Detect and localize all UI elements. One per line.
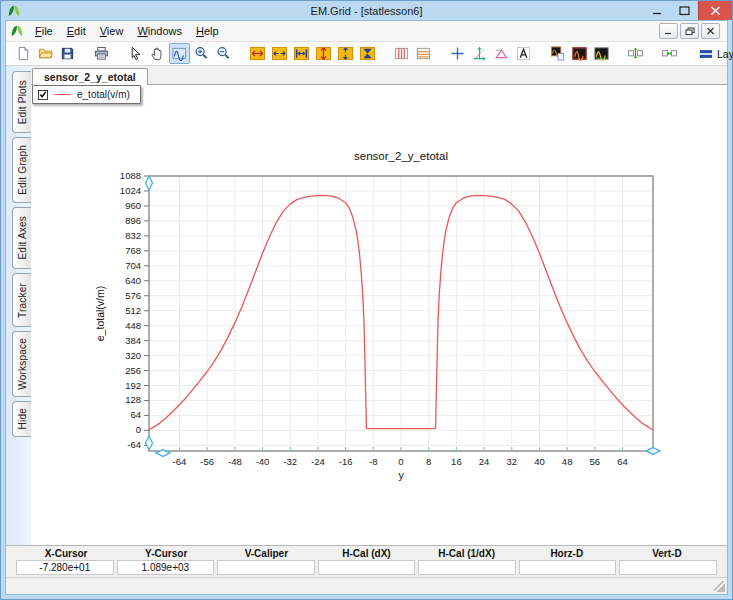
sidebar-tab-hide[interactable]: Hide (12, 401, 31, 437)
svg-text:-64: -64 (173, 456, 187, 467)
svg-text:0: 0 (136, 424, 141, 435)
status-value-4 (418, 560, 516, 575)
tab-sensor-2-y-etotal[interactable]: sensor_2_y_etotal (32, 68, 148, 85)
svg-text:320: 320 (125, 350, 141, 361)
close-button[interactable] (698, 1, 732, 20)
tool-bar: Layout (6, 42, 727, 66)
sidebar-tab-tracker[interactable]: Tracker (12, 273, 31, 327)
copydark-icon (550, 46, 565, 61)
letterA-icon (516, 46, 531, 61)
new-file-button[interactable] (13, 43, 34, 64)
wave2-icon (594, 46, 609, 61)
clamp-horizontal-button[interactable] (291, 43, 312, 64)
pan-button[interactable] (147, 43, 168, 64)
mdi-window-controls (659, 23, 723, 39)
mdi-restore-button[interactable] (680, 23, 699, 39)
mdi-minimize-button[interactable] (659, 23, 678, 39)
crosshair-button[interactable] (447, 43, 468, 64)
sidebar-tab-edit-axes[interactable]: Edit Axes (12, 207, 31, 269)
svg-text:40: 40 (534, 456, 545, 467)
wave1-icon (572, 46, 587, 61)
sidebar-tab-edit-plots[interactable]: Edit Plots (12, 71, 31, 133)
text-annotation-button[interactable] (513, 43, 534, 64)
zoomin-icon (194, 46, 209, 61)
zoom-window-button[interactable] (169, 43, 190, 64)
legend-box: e_total(v/m) (32, 85, 141, 104)
legend-checkbox[interactable] (38, 90, 48, 100)
fit-horizontal-button[interactable] (247, 43, 268, 64)
print-button[interactable] (91, 43, 112, 64)
plot-dark-style-button[interactable] (569, 43, 590, 64)
document-logo-icon (10, 24, 24, 38)
svg-text:-24: -24 (311, 456, 325, 467)
svg-text:832: 832 (125, 230, 141, 241)
status-header-horz-d: Horz-D (517, 548, 617, 559)
cursor-status-bar: X-CursorY-CursorV-CaliperH-Cal (dX)H-Cal… (6, 545, 727, 577)
save-icon (60, 46, 75, 61)
copy-plot-button[interactable] (547, 43, 568, 64)
sidebar-tab-workspace[interactable]: Workspace (12, 331, 31, 397)
chart-plot-area[interactable]: -64-56-48-40-32-24-16-80816243240485664-… (91, 142, 691, 487)
svg-text:16: 16 (451, 456, 462, 467)
expand-vertical-button[interactable] (335, 43, 356, 64)
eqh-icon (662, 46, 677, 61)
menu-file[interactable]: File (28, 23, 60, 39)
menu-windows[interactable]: Windows (130, 23, 189, 39)
clamph-icon (294, 46, 309, 61)
minimize-button[interactable] (644, 1, 671, 20)
svg-text:-48: -48 (228, 456, 242, 467)
new-icon (16, 46, 31, 61)
plot-style-button[interactable] (591, 43, 612, 64)
grid-lines (149, 176, 653, 451)
fith-icon (250, 46, 265, 61)
cursor-diamond-handles[interactable] (146, 176, 661, 457)
svg-text:192: 192 (125, 380, 141, 391)
clamp-vertical-button[interactable] (357, 43, 378, 64)
status-header-v-caliper: V-Caliper (216, 548, 316, 559)
menu-edit[interactable]: Edit (60, 23, 93, 39)
svg-text:896: 896 (125, 215, 141, 226)
clampv-icon (360, 46, 375, 61)
resize-grip[interactable] (714, 581, 725, 592)
open-icon (38, 46, 53, 61)
save-button[interactable] (57, 43, 78, 64)
sine-icon (172, 46, 187, 61)
maximize-button[interactable] (671, 1, 698, 20)
svg-text:768: 768 (125, 245, 141, 256)
y-axis-label: e_total(v/m) (94, 286, 106, 341)
mdi-close-button[interactable] (701, 23, 720, 39)
tracker-axes-button[interactable] (469, 43, 490, 64)
vertical-markers-button[interactable] (391, 43, 412, 64)
rows-icon (416, 46, 431, 61)
axes-icon (472, 46, 487, 61)
expv-icon (338, 46, 353, 61)
horizontal-markers-button[interactable] (413, 43, 434, 64)
equal-horizontal-spacing-button[interactable] (659, 43, 680, 64)
plus-icon (450, 46, 465, 61)
svg-text:1088: 1088 (120, 170, 141, 181)
layout-dropdown[interactable]: Layout (693, 42, 733, 65)
menu-help[interactable]: Help (189, 23, 226, 39)
tab-label: sensor_2_y_etotal (44, 71, 136, 83)
fit-vertical-button[interactable] (313, 43, 334, 64)
zoomout-icon (216, 46, 231, 61)
sidebar-tab-label: Hide (17, 408, 28, 429)
layout-label: Layout (717, 48, 733, 60)
plot-canvas[interactable]: e_total(v/m) -64-56-48-40-32-24-16-80816… (31, 85, 727, 545)
zoom-in-button[interactable] (191, 43, 212, 64)
caliper-button[interactable] (491, 43, 512, 64)
svg-text:24: 24 (479, 456, 490, 467)
svg-text:512: 512 (125, 305, 141, 316)
equal-vertical-spacing-button[interactable] (625, 43, 646, 64)
open-file-button[interactable] (35, 43, 56, 64)
y-tick-marks (144, 176, 149, 445)
sidebar-tab-edit-graph[interactable]: Edit Graph (12, 137, 31, 203)
zoom-out-button[interactable] (213, 43, 234, 64)
chart-title: sensor_2_y_etotal (354, 150, 448, 162)
menu-view[interactable]: View (93, 23, 131, 39)
sidebar-tab-label: Edit Axes (17, 216, 28, 260)
expand-horizontal-button[interactable] (269, 43, 290, 64)
sidebar-tab-label: Edit Graph (17, 145, 28, 195)
svg-text:0: 0 (398, 456, 403, 467)
select-cursor-button[interactable] (125, 43, 146, 64)
